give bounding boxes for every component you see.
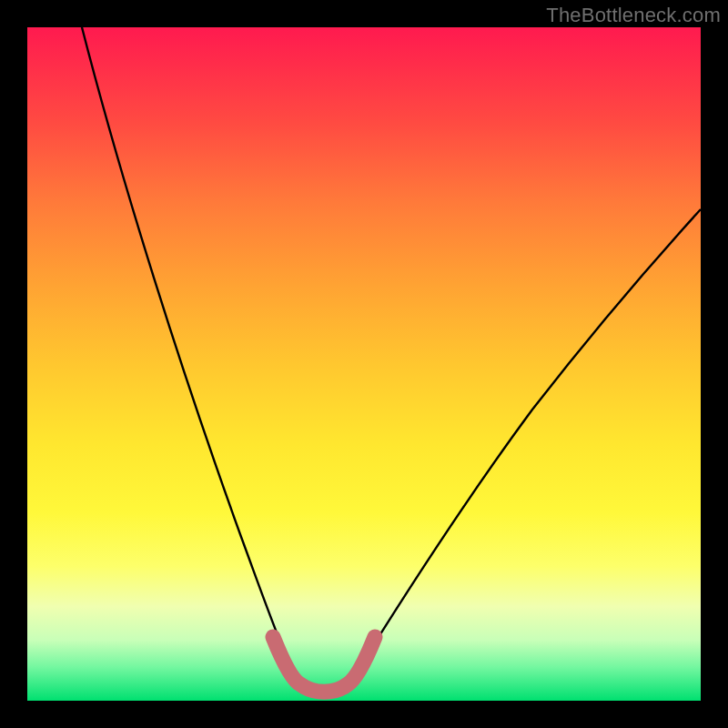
chart-frame: TheBottleneck.com <box>0 0 728 728</box>
chart-svg <box>27 27 701 701</box>
valley-accent <box>273 637 375 692</box>
curve-right <box>351 209 701 681</box>
watermark-text: TheBottleneck.com <box>546 4 721 27</box>
curve-left <box>82 27 297 681</box>
